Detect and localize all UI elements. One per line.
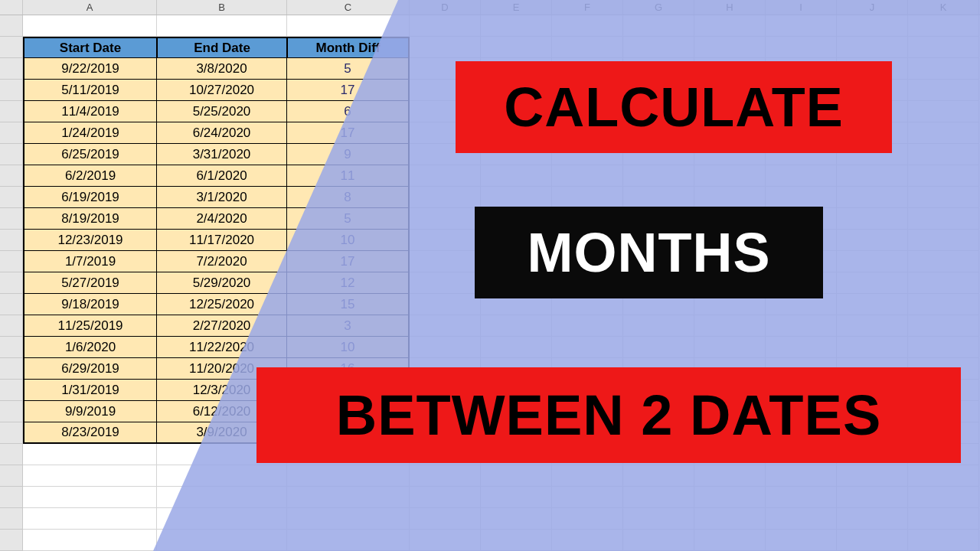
empty-cell[interactable] bbox=[552, 37, 623, 58]
empty-cell[interactable] bbox=[481, 530, 552, 551]
empty-cell[interactable] bbox=[837, 315, 908, 337]
empty-cell[interactable] bbox=[552, 487, 623, 508]
empty-cell[interactable] bbox=[481, 465, 552, 487]
cell-start-date[interactable]: 9/18/2019 bbox=[23, 294, 157, 315]
cell-start-date[interactable]: 8/23/2019 bbox=[23, 422, 157, 444]
cell-end-date[interactable]: 3/31/2020 bbox=[157, 144, 287, 165]
empty-cell[interactable] bbox=[908, 487, 979, 508]
empty-cell[interactable] bbox=[908, 251, 979, 272]
cell-month-diff[interactable]: 10 bbox=[287, 337, 410, 358]
empty-cell[interactable] bbox=[837, 208, 908, 230]
cell-end-date[interactable]: 2/27/2020 bbox=[157, 315, 287, 337]
cell[interactable] bbox=[157, 465, 287, 487]
empty-cell[interactable] bbox=[908, 37, 979, 58]
row-header[interactable] bbox=[0, 508, 23, 530]
empty-cell[interactable] bbox=[552, 465, 623, 487]
col-header-A[interactable]: A bbox=[23, 0, 157, 15]
empty-cell[interactable] bbox=[837, 487, 908, 508]
row-header[interactable] bbox=[0, 294, 23, 315]
cell-start-date[interactable]: 6/2/2019 bbox=[23, 165, 157, 187]
empty-cell[interactable] bbox=[694, 187, 766, 208]
cell-start-date[interactable]: 1/6/2020 bbox=[23, 337, 157, 358]
empty-cell[interactable] bbox=[552, 165, 623, 187]
row-header[interactable] bbox=[0, 165, 23, 187]
empty-cell[interactable] bbox=[694, 530, 766, 551]
empty-cell[interactable] bbox=[837, 294, 908, 315]
cell[interactable] bbox=[23, 465, 157, 487]
cell-end-date[interactable]: 2/4/2020 bbox=[157, 208, 287, 230]
empty-cell[interactable] bbox=[908, 294, 979, 315]
row-header[interactable] bbox=[0, 101, 23, 122]
cell-month-diff[interactable]: 17 bbox=[287, 251, 410, 272]
cell-month-diff[interactable]: 5 bbox=[287, 208, 410, 230]
empty-cell[interactable] bbox=[481, 508, 552, 530]
cell-start-date[interactable]: 5/11/2019 bbox=[23, 80, 157, 101]
empty-cell[interactable] bbox=[410, 508, 481, 530]
col-header-C[interactable]: C bbox=[287, 0, 410, 15]
cell-start-date[interactable]: 6/29/2019 bbox=[23, 358, 157, 380]
empty-cell[interactable] bbox=[908, 58, 979, 80]
empty-cell[interactable] bbox=[908, 144, 979, 165]
empty-cell[interactable] bbox=[908, 80, 979, 101]
empty-cell[interactable] bbox=[837, 337, 908, 358]
empty-cell[interactable] bbox=[908, 315, 979, 337]
empty-cell[interactable] bbox=[623, 465, 694, 487]
empty-cell[interactable] bbox=[694, 165, 766, 187]
row-header[interactable] bbox=[0, 358, 23, 380]
cell-start-date[interactable]: 1/31/2019 bbox=[23, 380, 157, 401]
empty-cell[interactable] bbox=[908, 122, 979, 144]
cell[interactable] bbox=[157, 530, 287, 551]
col-header-G[interactable]: G bbox=[623, 0, 694, 15]
cell-end-date[interactable]: 7/2/2020 bbox=[157, 251, 287, 272]
empty-cell[interactable] bbox=[410, 465, 481, 487]
empty-cell[interactable] bbox=[623, 37, 694, 58]
cell[interactable] bbox=[23, 508, 157, 530]
row-header[interactable] bbox=[0, 251, 23, 272]
row-header[interactable] bbox=[0, 208, 23, 230]
empty-cell[interactable] bbox=[908, 230, 979, 251]
empty-cell[interactable] bbox=[837, 272, 908, 294]
cell-month-diff[interactable]: 17 bbox=[287, 80, 410, 101]
row-header[interactable] bbox=[0, 37, 23, 58]
empty-cell[interactable] bbox=[481, 37, 552, 58]
row-header[interactable] bbox=[0, 337, 23, 358]
empty-cell[interactable] bbox=[766, 508, 837, 530]
empty-cell[interactable] bbox=[481, 337, 552, 358]
cell-month-diff[interactable]: 11 bbox=[287, 165, 410, 187]
row-header[interactable] bbox=[0, 58, 23, 80]
empty-cell[interactable] bbox=[552, 187, 623, 208]
cell-start-date[interactable]: 9/22/2019 bbox=[23, 58, 157, 80]
row-header[interactable] bbox=[0, 122, 23, 144]
empty-cell[interactable] bbox=[481, 187, 552, 208]
empty-cell[interactable] bbox=[410, 15, 481, 37]
cell-end-date[interactable]: 5/25/2020 bbox=[157, 101, 287, 122]
empty-cell[interactable] bbox=[623, 15, 694, 37]
empty-cell[interactable] bbox=[552, 15, 623, 37]
cell-end-date[interactable]: 6/1/2020 bbox=[157, 165, 287, 187]
empty-cell[interactable] bbox=[410, 487, 481, 508]
empty-cell[interactable] bbox=[766, 315, 837, 337]
cell-start-date[interactable]: 8/19/2019 bbox=[23, 208, 157, 230]
row-header[interactable] bbox=[0, 422, 23, 444]
empty-cell[interactable] bbox=[623, 530, 694, 551]
empty-cell[interactable] bbox=[410, 294, 481, 315]
cell-start-date[interactable]: 12/23/2019 bbox=[23, 230, 157, 251]
empty-cell[interactable] bbox=[766, 37, 837, 58]
cell[interactable] bbox=[287, 530, 410, 551]
row-header[interactable] bbox=[0, 315, 23, 337]
empty-cell[interactable] bbox=[694, 15, 766, 37]
empty-cell[interactable] bbox=[837, 37, 908, 58]
empty-cell[interactable] bbox=[908, 508, 979, 530]
row-header[interactable] bbox=[0, 530, 23, 551]
empty-cell[interactable] bbox=[694, 508, 766, 530]
cell[interactable] bbox=[157, 15, 287, 37]
cell[interactable] bbox=[23, 444, 157, 465]
cell-month-diff[interactable]: 3 bbox=[287, 315, 410, 337]
empty-cell[interactable] bbox=[837, 530, 908, 551]
empty-cell[interactable] bbox=[623, 508, 694, 530]
cell-month-diff[interactable]: 8 bbox=[287, 187, 410, 208]
header-end-date[interactable]: End Date bbox=[157, 37, 287, 58]
empty-cell[interactable] bbox=[410, 187, 481, 208]
row-header[interactable] bbox=[0, 380, 23, 401]
empty-cell[interactable] bbox=[908, 530, 979, 551]
